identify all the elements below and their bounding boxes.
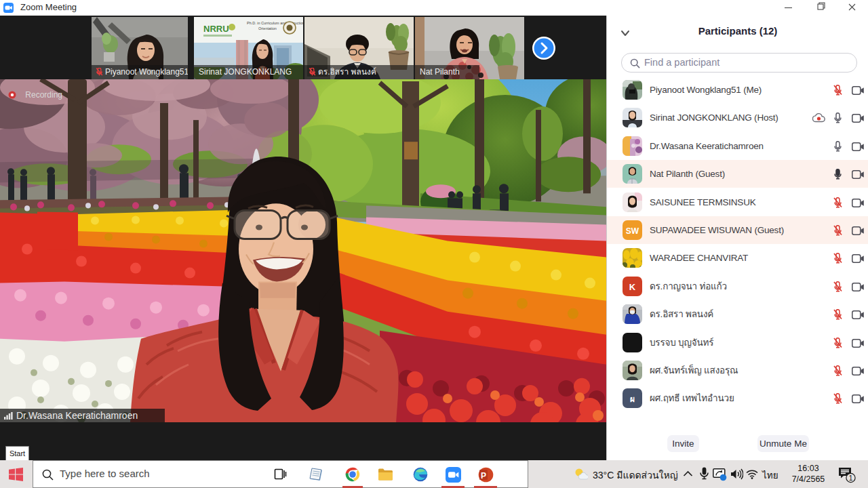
svg-text:K: K: [629, 282, 636, 292]
svg-text:Orientation: Orientation: [258, 26, 277, 30]
svg-text:ผ: ผ: [630, 394, 635, 404]
svg-text:SW: SW: [626, 226, 639, 236]
svg-text:P: P: [481, 471, 486, 481]
svg-text:1: 1: [848, 474, 852, 482]
svg-text:NRRU: NRRU: [203, 24, 229, 34]
